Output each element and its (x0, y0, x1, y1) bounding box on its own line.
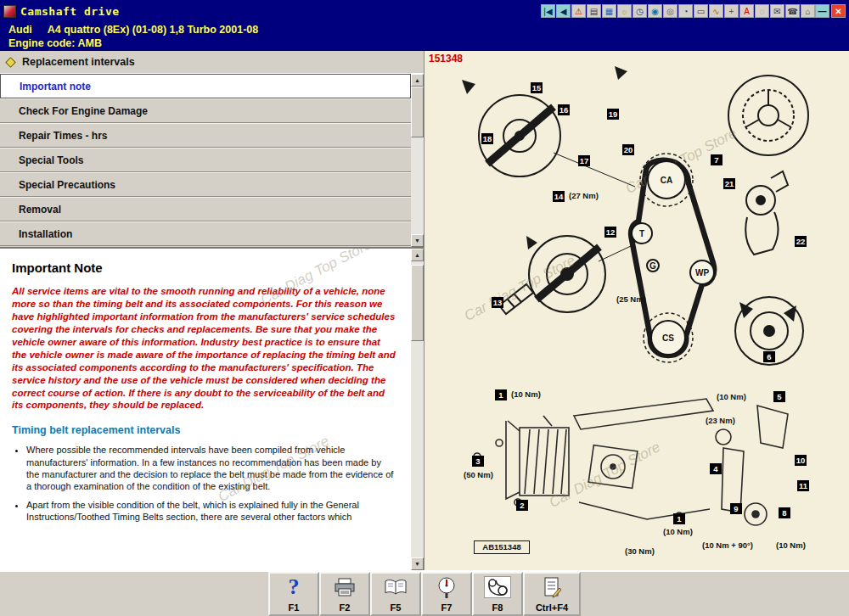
minimize-button[interactable]: — (815, 4, 829, 18)
gauge-icon[interactable]: ◔ (678, 4, 693, 18)
warning-icon[interactable]: ⚠ (571, 4, 586, 18)
function-toolbar: ? F1 F2 F5 F7 F8 (0, 570, 849, 616)
nav-scroll-track[interactable] (411, 87, 424, 234)
titlebar-toolbar: |◀◀⚠▤▦☼◷◉◎◔▭∿+A◌✉☎⌂ (541, 4, 815, 18)
app-window: Camshaft drive |◀◀⚠▤▦☼◷◉◎◔▭∿+A◌✉☎⌂ — ✕ A… (0, 0, 849, 616)
document-icon (542, 576, 562, 598)
diagram-ref-label: 151348 (429, 53, 463, 64)
diagram-panel: 151348 (424, 51, 849, 570)
window-title: Camshaft drive (20, 5, 120, 18)
print-button-f2[interactable]: F2 (319, 572, 370, 616)
screen-icon[interactable]: ▦ (602, 4, 616, 18)
section-header-label: Replacement intervals (22, 56, 135, 68)
battery-icon[interactable]: ▭ (694, 4, 708, 18)
nav-item-important-note[interactable]: Important note (0, 74, 411, 98)
mail-icon[interactable]: ✉ (770, 4, 784, 18)
f2-label: F2 (340, 602, 351, 613)
close-module-button-ctrlf4[interactable]: Ctrl+F4 (523, 572, 581, 616)
nav-scroll-thumb[interactable] (411, 87, 424, 137)
article-subheading: Timing belt replacement intervals (12, 424, 396, 436)
timing-belt-button-f8[interactable]: F8 (472, 572, 523, 616)
article-heading: Important Note (12, 260, 396, 275)
scroll-down-icon[interactable]: ▼ (411, 234, 424, 247)
content-scroll-track[interactable] (411, 261, 424, 557)
timing-belt-diagram (424, 51, 849, 570)
scroll-down-icon[interactable]: ▼ (411, 557, 424, 570)
warning-paragraph: All service items are vital to the smoot… (12, 285, 396, 412)
content-scrollbar[interactable]: ▲ ▼ (411, 249, 424, 570)
main-area: Replacement intervals Important noteChec… (0, 51, 849, 570)
diagram-id-label: AB151348 (474, 540, 530, 554)
clock-icon[interactable]: ◷ (633, 4, 647, 18)
title-bar: Camshaft drive |◀◀⚠▤▦☼◷◉◎◔▭∿+A◌✉☎⌂ — ✕ (0, 0, 849, 22)
nav-first-icon[interactable]: |◀ (541, 4, 555, 18)
timing-belt-icon (484, 576, 511, 598)
nav-item-special-precautions[interactable]: Special Precautions (0, 172, 411, 197)
bullet-item: Apart from the visible condition of the … (26, 499, 396, 524)
engine-code: Engine code: AMB (8, 36, 102, 50)
airbag-icon[interactable]: ◌ (755, 4, 769, 18)
f7-label: F7 (441, 602, 453, 613)
bullet-item: Where possible the recommended intervals… (26, 444, 396, 492)
left-panel: Replacement intervals Important noteChec… (0, 51, 424, 570)
f5-label: F5 (391, 602, 402, 613)
nav-item-installation[interactable]: Installation (0, 221, 411, 246)
nav-list: Important noteCheck For Engine DamageRep… (0, 74, 411, 246)
manuals-button-f5[interactable]: F5 (370, 572, 421, 616)
phone-icon[interactable]: ☎ (785, 4, 800, 18)
section-header: Replacement intervals (0, 51, 424, 73)
report-icon[interactable]: ▤ (587, 4, 601, 18)
gauge-button-f7[interactable]: F7 (421, 572, 472, 616)
printer-icon (334, 576, 356, 598)
article-content: Important Note All service items are vit… (0, 247, 424, 570)
app-logo-icon (3, 5, 16, 18)
globe-icon[interactable]: ◉ (648, 4, 662, 18)
ctrl-f4-label: Ctrl+F4 (536, 602, 568, 613)
topic-list: Important noteCheck For Engine DamageRep… (0, 73, 424, 247)
scroll-up-icon[interactable]: ▲ (411, 249, 424, 261)
abs-icon[interactable]: A (739, 4, 754, 18)
nav-scrollbar[interactable]: ▲ ▼ (411, 74, 424, 247)
tools-icon[interactable]: + (724, 4, 739, 18)
content-bullets: Where possible the recommended intervals… (12, 444, 396, 523)
nav-item-removal[interactable]: Removal (0, 197, 411, 221)
help-button-f1[interactable]: ? F1 (268, 572, 319, 616)
help-icon: ? (289, 576, 300, 598)
vehicle-model: A4 quattro (8Ex) (01-08) 1,8 Turbo 2001-… (48, 23, 258, 36)
nav-item-check-for-engine-damage[interactable]: Check For Engine Damage (0, 98, 411, 123)
vehicle-make: Audi (8, 23, 32, 36)
content-scroll-thumb[interactable] (411, 265, 424, 341)
cd-icon[interactable]: ◎ (663, 4, 678, 18)
wiring-icon[interactable]: ∿ (709, 4, 723, 18)
home-icon[interactable]: ⌂ (801, 4, 815, 18)
dial-gauge-icon (436, 576, 457, 598)
f1-label: F1 (289, 602, 300, 613)
vehicle-info-bar: Audi A4 quattro (8Ex) (01-08) 1,8 Turbo … (0, 22, 849, 51)
nav-item-repair-times-hrs[interactable]: Repair Times - hrs (0, 123, 411, 148)
f8-label: F8 (492, 602, 503, 613)
nav-item-special-tools[interactable]: Special Tools (0, 148, 411, 172)
service-light-icon[interactable]: ☼ (617, 4, 632, 18)
diamond-bullet-icon (5, 57, 16, 68)
book-icon (384, 576, 408, 598)
close-button[interactable]: ✕ (831, 4, 846, 18)
scroll-up-icon[interactable]: ▲ (411, 74, 424, 87)
nav-back-icon[interactable]: ◀ (556, 4, 571, 18)
